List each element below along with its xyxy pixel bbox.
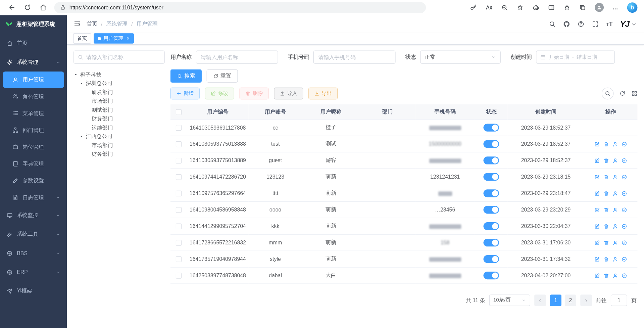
row-checkbox[interactable] [176, 174, 182, 180]
fullscreen-icon[interactable] [592, 20, 599, 28]
delete-icon[interactable] [603, 256, 609, 262]
reset-password-icon[interactable] [612, 158, 618, 163]
split-screen-icon[interactable] [548, 4, 555, 11]
table-row[interactable]: 1642503897748738048dabai大白2023-04-02 20:… [170, 267, 638, 284]
table-row[interactable]: 1641030593775013888test测试150000000002023… [170, 136, 638, 152]
tree-node[interactable]: 财务部门 [73, 150, 165, 158]
profile-avatar-icon[interactable] [595, 3, 604, 12]
edit-icon[interactable] [594, 256, 600, 262]
reset-password-icon[interactable] [612, 240, 618, 245]
edit-icon[interactable] [594, 174, 600, 180]
department-search-input[interactable] [73, 51, 165, 64]
refresh-icon[interactable] [620, 90, 626, 96]
assign-role-icon[interactable] [621, 174, 627, 180]
assign-role-icon[interactable] [621, 141, 627, 147]
edit-icon[interactable] [594, 207, 600, 213]
sidebar-item-菜单管理[interactable]: 菜单管理 [0, 105, 67, 122]
sidebar-item-首页[interactable]: 首页 [0, 34, 67, 52]
username-input[interactable] [196, 51, 278, 64]
key-icon[interactable] [470, 4, 477, 11]
menu-fold-icon[interactable] [73, 20, 81, 28]
edit-icon[interactable] [594, 141, 600, 147]
reset-button[interactable]: 重置 [207, 69, 238, 83]
breadcrumb-item[interactable]: 系统管理 [106, 20, 128, 28]
reset-password-icon[interactable] [612, 141, 618, 147]
tree-node[interactable]: 橙子科技 [73, 70, 165, 79]
status-toggle[interactable] [484, 173, 499, 181]
row-checkbox[interactable] [176, 256, 182, 262]
table-row[interactable]: 1641030593691127808cc橙子2023-03-29 18:52:… [170, 119, 638, 136]
collections-icon[interactable] [579, 4, 586, 11]
sidebar-item-系统监控[interactable]: 系统监控 [0, 206, 67, 225]
close-icon[interactable]: × [127, 35, 130, 41]
page-button[interactable]: 1 [550, 294, 561, 306]
delete-icon[interactable] [603, 240, 609, 245]
sidebar-item-岗位管理[interactable]: 岗位管理 [0, 138, 67, 155]
table-row[interactable]: 1641097441472286720123123萌新1231241231202… [170, 169, 638, 185]
status-select[interactable]: 正常 [420, 51, 501, 64]
row-checkbox[interactable] [176, 125, 182, 131]
row-checkbox[interactable] [176, 158, 182, 163]
sidebar-item-系统工具[interactable]: 系统工具 [0, 225, 67, 243]
table-row[interactable]: 1641097576365297664tttt萌新2023-03-29 23:1… [170, 185, 638, 201]
tree-node[interactable]: 测试部门 [73, 106, 165, 114]
edit-icon[interactable] [594, 240, 600, 245]
status-toggle[interactable] [484, 140, 499, 148]
sidebar-item-角色管理[interactable]: 角色管理 [0, 88, 67, 105]
delete-button[interactable]: 删除 [240, 88, 269, 99]
breadcrumb-item[interactable]: 首页 [87, 20, 97, 28]
zoom-out-icon[interactable] [501, 4, 508, 11]
back-icon[interactable] [8, 4, 15, 11]
sidebar-item-参数设置[interactable]: 参数设置 [0, 172, 67, 189]
page-button[interactable]: 2 [565, 294, 576, 306]
status-toggle[interactable] [484, 222, 499, 230]
delete-icon[interactable] [603, 158, 609, 163]
favorites-bar-icon[interactable] [563, 4, 571, 11]
sidebar-item-日志管理[interactable]: 日志管理 [0, 189, 67, 206]
edit-button[interactable]: 修改 [205, 88, 234, 99]
search-icon[interactable] [549, 20, 556, 28]
row-checkbox[interactable] [176, 141, 182, 147]
sidebar-item-系统管理[interactable]: 系统管理 [0, 53, 67, 72]
sidebar-item-部门管理[interactable]: 部门管理 [0, 122, 67, 138]
row-checkbox[interactable] [176, 273, 182, 278]
import-button[interactable]: 导入 [274, 88, 303, 99]
reset-password-icon[interactable] [612, 174, 618, 180]
grid-icon[interactable] [631, 90, 637, 96]
table-row[interactable]: 1641441299095752704kkk萌新2023-03-30 22:04… [170, 218, 638, 234]
sidebar-item-Yi框架[interactable]: Yi框架 [0, 281, 67, 300]
row-checkbox[interactable] [176, 191, 182, 196]
reload-icon[interactable] [24, 4, 31, 11]
table-row[interactable]: 1641098004586958848oooo萌新…234562023-03-2… [170, 201, 638, 218]
home-icon[interactable] [39, 4, 47, 11]
more-icon[interactable]: … [612, 4, 618, 11]
edit-icon[interactable] [594, 158, 600, 163]
tree-node[interactable]: 财务部门 [73, 114, 165, 123]
row-checkbox[interactable] [176, 224, 182, 229]
reset-password-icon[interactable] [612, 273, 618, 278]
phone-input[interactable] [313, 51, 396, 64]
address-bar[interactable]: https://ccnetcore.com:1101/system/user [54, 2, 426, 13]
reset-password-icon[interactable] [612, 191, 618, 196]
row-checkbox[interactable] [176, 240, 182, 245]
tree-node[interactable]: 深圳总公司 [73, 79, 165, 88]
reset-password-icon[interactable] [612, 207, 618, 213]
assign-role-icon[interactable] [621, 207, 627, 213]
bing-icon[interactable]: b [627, 2, 638, 13]
assign-role-icon[interactable] [621, 224, 627, 229]
favorites-add-icon[interactable] [517, 4, 524, 11]
tree-node[interactable]: 运维部门 [73, 123, 165, 132]
reset-password-icon[interactable] [612, 256, 618, 262]
assign-role-icon[interactable] [621, 240, 627, 245]
tree-node[interactable]: 研发部门 [73, 88, 165, 97]
delete-icon[interactable] [603, 273, 609, 278]
sidebar-item-用户管理[interactable]: 用户管理 [3, 72, 64, 88]
status-toggle[interactable] [484, 156, 499, 164]
assign-role-icon[interactable] [621, 273, 627, 278]
assign-role-icon[interactable] [621, 256, 627, 262]
status-toggle[interactable] [484, 124, 499, 131]
status-toggle[interactable] [484, 206, 499, 214]
delete-icon[interactable] [603, 191, 609, 196]
next-page-button[interactable]: › [580, 294, 592, 306]
select-all-checkbox[interactable] [176, 109, 182, 115]
